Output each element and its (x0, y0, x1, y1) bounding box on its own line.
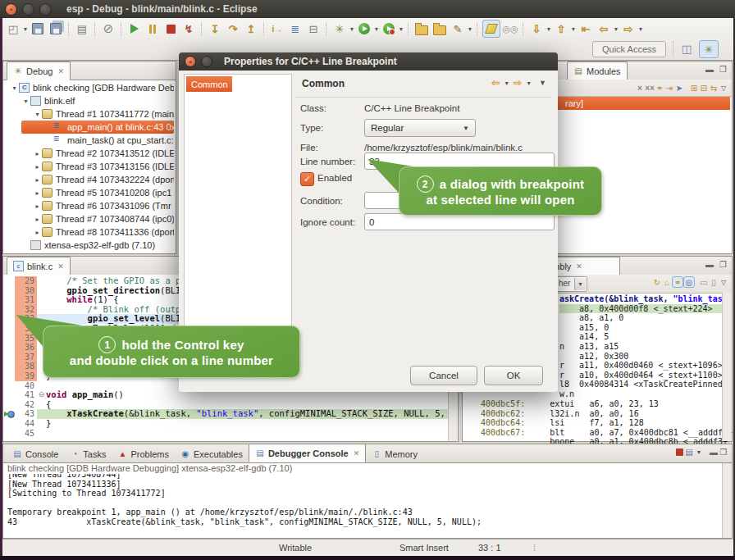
disassembly-content[interactable]: askCreate(&blink_task, "blink_tas a8, 0x… (559, 294, 727, 399)
line-number[interactable]: 43 (15, 409, 37, 419)
load-symbols-icon[interactable]: ⚭ (655, 83, 664, 93)
expand-arrow-icon[interactable]: ▸ (33, 216, 42, 223)
new-icon[interactable]: ◰ (5, 20, 21, 37)
back-icon[interactable]: ⇦ (491, 77, 500, 89)
window-close-icon[interactable]: × (5, 3, 17, 16)
line-number[interactable]: 30 (15, 286, 37, 296)
cancel-button[interactable]: Cancel (410, 366, 477, 385)
display-console-icon[interactable]: ▤ (684, 447, 694, 457)
forward-dropdown-icon[interactable]: ▼ (526, 80, 532, 86)
step-over-icon[interactable]: ↷ (225, 20, 241, 37)
back-icon[interactable]: ⇦ (596, 20, 612, 37)
debug-perspective-icon[interactable]: ✳ (699, 40, 719, 58)
debug-tree-row[interactable]: ▸Thread #4 1073432224 (dport) (Sus (5, 173, 174, 186)
expand-arrow-icon[interactable]: ▾ (10, 84, 19, 92)
run-icon[interactable] (356, 20, 372, 37)
terminate-icon[interactable] (162, 20, 179, 37)
console-output[interactable]: [New Thread 1073408744][New Thread 10734… (7, 470, 722, 536)
save-icon[interactable] (30, 20, 46, 37)
debug-tree-row[interactable]: ▸Thread #2 1073413512 (IDLE) (Susp (5, 147, 174, 160)
tab-close-icon[interactable]: ✕ (576, 262, 582, 271)
line-number[interactable]: 39 (15, 371, 37, 381)
console-dropdown-icon[interactable]: ▼ (694, 447, 704, 457)
mark-occurrences-icon[interactable] (482, 20, 500, 38)
view-menu-icon[interactable]: ▽ (719, 83, 728, 93)
expand-arrow-icon[interactable]: ▸ (33, 229, 42, 236)
cpp-perspective-icon[interactable]: ◫ (678, 40, 696, 57)
tab-memory[interactable]: ▯ Memory (366, 445, 423, 462)
tab-close-icon[interactable]: ✕ (354, 449, 360, 458)
debug-dropdown-icon[interactable]: ▼ (349, 26, 355, 32)
tab-debugger-console[interactable]: ▤ Debugger Console ✕ (249, 444, 366, 462)
debug-tree-row[interactable]: ▾blink checking [GDB Hardware Debug (5, 81, 174, 94)
open-new-view-icon[interactable]: ▯ (709, 277, 719, 287)
forward-icon[interactable]: ⇨ (514, 77, 522, 89)
debug-tree-row[interactable]: main_task() at cpu_start.c:339 0x4 (5, 134, 174, 147)
expand-arrow-icon[interactable]: ▾ (21, 98, 30, 105)
collapse-all-icon[interactable]: ⊟ (699, 83, 709, 93)
track-expression-icon[interactable]: ◎ (683, 276, 695, 288)
flag-dropdown-icon[interactable]: ▼ (467, 26, 473, 32)
line-number[interactable]: 38 (15, 362, 37, 371)
debug-tree[interactable]: ▾blink checking [GDB Hardware Debug▾blin… (5, 81, 174, 252)
next-annotation-icon[interactable]: ⇩ (528, 20, 545, 37)
ignore-count-input[interactable]: 0 (364, 213, 555, 230)
maximize-icon[interactable]: ❒ (719, 65, 727, 74)
forward-icon[interactable]: ⇨ (620, 20, 637, 37)
save-all-icon[interactable] (48, 20, 64, 37)
view-menu-icon[interactable]: ▼ (539, 79, 546, 87)
back-dropdown-icon[interactable]: ▼ (504, 80, 509, 86)
console-scrollbar[interactable] (722, 463, 732, 538)
ok-button[interactable]: OK (484, 366, 543, 385)
next-annotation-dropdown-icon[interactable]: ▼ (546, 26, 552, 32)
terminate-console-icon[interactable] (674, 447, 684, 457)
sort-icon[interactable]: ⇆ (709, 83, 719, 93)
line-number[interactable]: 45 (15, 429, 37, 439)
run-dropdown-icon[interactable]: ▼ (373, 26, 380, 32)
minimize-icon[interactable]: ▬ (705, 260, 714, 269)
expand-arrow-icon[interactable]: ▸ (33, 150, 42, 157)
new-dropdown-icon[interactable]: ▼ (22, 26, 29, 32)
pin-icon[interactable]: ▭ (699, 277, 709, 287)
debug-icon[interactable]: ✳ (331, 20, 348, 37)
instruction-mode-icon[interactable]: ≣ (287, 20, 304, 37)
memory-view-icon[interactable]: ⊟ (305, 20, 322, 37)
debug-tree-row[interactable]: ▸Thread #8 1073411336 (dport) (Sus (5, 225, 174, 239)
tab-tasks[interactable]: ◔ Tasks (64, 445, 112, 462)
debug-tree-row[interactable]: xtensa-esp32-elf-gdb (7.10) (5, 239, 174, 252)
window-minimize-icon[interactable] (22, 3, 34, 16)
tab-debug[interactable]: ✳ Debug ✕ (7, 61, 71, 80)
previous-annotation-icon[interactable]: ⇧ (553, 20, 569, 37)
tab-console[interactable]: ▤ Console (7, 445, 64, 462)
debug-tree-row[interactable]: ▾Thread #1 1073411772 (main : Runn (5, 107, 174, 121)
sidebar-item-common[interactable]: Common (186, 76, 232, 92)
fold-icon[interactable]: ⊖ (37, 390, 46, 400)
line-number[interactable]: 41 (15, 390, 37, 400)
disconnect-icon[interactable]: ↯ (180, 20, 197, 37)
tab-close-icon[interactable]: ✕ (57, 67, 64, 75)
minimize-icon[interactable]: ▬ (709, 447, 719, 457)
debug-tree-row[interactable]: ▸Thread #7 1073408744 (ipc0) (Susp (5, 212, 174, 225)
line-number[interactable]: 29 (15, 276, 37, 286)
new-flag-icon[interactable]: ✎ (450, 20, 466, 37)
back-dropdown-icon[interactable]: ▼ (613, 26, 619, 32)
expand-arrow-icon[interactable]: ▸ (33, 203, 42, 210)
minimize-icon[interactable]: ▬ (705, 65, 714, 74)
profile-dropdown-icon[interactable]: ▼ (398, 26, 404, 32)
remove-icon[interactable]: × (635, 83, 645, 93)
type-select[interactable]: Regular ▼ (364, 119, 476, 137)
tab-executables[interactable]: ◉ Executables (175, 445, 249, 462)
maximize-icon[interactable]: ❒ (719, 260, 727, 269)
step-into-icon[interactable]: ↧ (207, 20, 223, 37)
window-maximize-icon[interactable] (39, 3, 52, 16)
debug-tree-row[interactable]: app_main() at blink.c:43 0x400db (21, 121, 174, 134)
chevron-down-icon[interactable]: ▼ (574, 278, 586, 290)
binary-icon[interactable]: ▤ (74, 20, 90, 37)
line-number[interactable]: 31 (15, 295, 37, 305)
previous-annotation-dropdown-icon[interactable]: ▼ (570, 26, 577, 32)
dialog-close-icon[interactable]: × (185, 56, 196, 67)
disassembly-scrollbar[interactable] (722, 293, 732, 441)
remove-all-icon[interactable]: ×× (645, 83, 655, 93)
step-return-icon[interactable]: ↥ (243, 20, 259, 37)
debug-tree-row[interactable]: ▸Thread #5 1073410208 (ipc1 : Runni (5, 186, 174, 199)
